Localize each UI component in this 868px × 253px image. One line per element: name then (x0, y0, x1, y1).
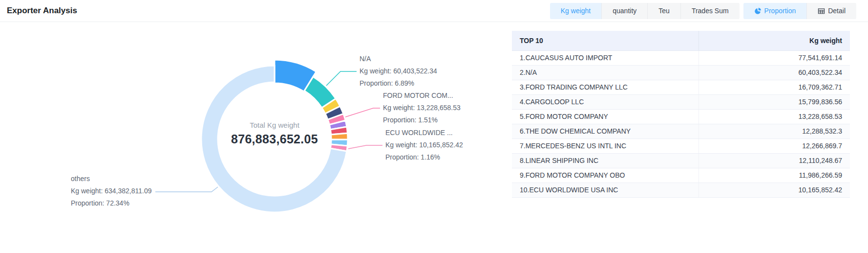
table-row[interactable]: 4.CARGOLOOP LLC15,799,836.56 (512, 94, 850, 109)
annotation-proportion: Proportion: 72.34% (71, 197, 152, 209)
tab-label: Kg weight (561, 7, 591, 15)
tab-trades-sum[interactable]: Trades Sum (680, 3, 740, 19)
table-row[interactable]: 3.FORD TRADING COMPANY LLC16,709,362.71 (512, 80, 850, 94)
view-tabs: Kg weight quantity Teu Trades Sum Pr (550, 3, 856, 19)
donut-slice[interactable] (331, 133, 348, 139)
top10-table-container: TOP 10 Kg weight 1.CAUCASUS AUTO IMPORT7… (512, 31, 850, 198)
annotation-kg-weight: Kg weight: 60,403,522.34 (360, 65, 437, 77)
label-leader-line (345, 108, 380, 117)
annotation-proportion: Proportion: 6.89% (360, 77, 437, 90)
kg-weight-cell: 12,266,869.7 (699, 138, 850, 153)
table-row[interactable]: 8.LINEAR SHIPPING INC12,110,248.67 (512, 153, 850, 168)
annotation-proportion: Proportion: 1.51% (383, 114, 461, 126)
table-header-row: TOP 10 Kg weight (512, 31, 850, 50)
chart-annotation-ecu-worldwide: ECU WORLDWIDE ... Kg weight: 10,165,852.… (385, 127, 463, 163)
kg-weight-cell: 10,165,852.42 (699, 183, 850, 197)
tab-proportion[interactable]: Proportion (743, 3, 807, 19)
metric-tab-group: Kg weight quantity Teu Trades Sum (550, 3, 740, 19)
kg-weight-cell: 13,228,658.53 (699, 109, 850, 124)
column-header-top10: TOP 10 (512, 31, 699, 50)
tab-detail[interactable]: Detail (806, 3, 856, 19)
exporter-name-cell: 1.CAUCASUS AUTO IMPORT (512, 50, 699, 65)
annotation-kg-weight: Kg weight: 634,382,811.09 (71, 185, 152, 197)
annotation-series-name: FORD MOTOR COM... (383, 90, 461, 102)
kg-weight-cell: 16,709,362.71 (699, 80, 850, 94)
kg-weight-cell: 12,110,248.67 (699, 153, 850, 168)
exporter-name-cell: 9.FORD MOTOR COMPANY OBO (512, 168, 699, 183)
pie-chart-icon (754, 7, 762, 15)
table-row[interactable]: 6.THE DOW CHEMICAL COMPANY12,288,532.3 (512, 124, 850, 138)
exporter-name-cell: 3.FORD TRADING COMPANY LLC (512, 80, 699, 94)
exporter-name-cell: 5.FORD MOTOR COMPANY (512, 109, 699, 124)
exporter-name-cell: 4.CARGOLOOP LLC (512, 94, 699, 109)
tab-teu[interactable]: Teu (647, 3, 680, 19)
table-row[interactable]: 5.FORD MOTOR COMPANY13,228,658.53 (512, 109, 850, 124)
annotation-series-name: others (71, 173, 152, 185)
label-leader-line (348, 145, 382, 149)
tab-quantity[interactable]: quantity (601, 3, 647, 19)
table-row[interactable]: 9.FORD MOTOR COMPANY OBO11,986,266.59 (512, 168, 850, 183)
annotation-kg-weight: Kg weight: 13,228,658.53 (383, 102, 461, 114)
tab-label: Teu (658, 7, 670, 15)
tab-label: Detail (828, 7, 846, 15)
chart-annotation-others: others Kg weight: 634,382,811.09 Proport… (71, 173, 152, 209)
exporter-name-cell: 10.ECU WORLDWIDE USA INC (512, 183, 699, 197)
display-tab-group: Proportion Detail (743, 3, 856, 19)
kg-weight-cell: 15,799,836.56 (699, 94, 850, 109)
exporter-name-cell: 8.LINEAR SHIPPING INC (512, 153, 699, 168)
kg-weight-cell: 11,986,266.59 (699, 168, 850, 183)
column-header-kg-weight: Kg weight (699, 31, 850, 50)
annotation-kg-weight: Kg weight: 10,165,852.42 (385, 139, 463, 151)
annotation-series-name: N/A (360, 53, 437, 65)
page-title: Exporter Analysis (7, 6, 77, 16)
table-row[interactable]: 7.MERCEDES-BENZ US INTL INC12,266,869.7 (512, 138, 850, 153)
exporter-name-cell: 2.N/A (512, 65, 699, 80)
kg-weight-cell: 12,288,532.3 (699, 124, 850, 138)
annotation-series-name: ECU WORLDWIDE ... (385, 127, 463, 139)
kg-weight-cell: 60,403,522.34 (699, 65, 850, 80)
exporter-name-cell: 6.THE DOW CHEMICAL COMPANY (512, 124, 699, 138)
tab-label: Proportion (764, 7, 796, 15)
kg-weight-cell: 77,541,691.14 (699, 50, 850, 65)
table-row[interactable]: 1.CAUCASUS AUTO IMPORT77,541,691.14 (512, 50, 850, 65)
annotation-proportion: Proportion: 1.16% (385, 151, 463, 163)
tab-label: quantity (613, 7, 636, 15)
label-leader-line (155, 187, 218, 192)
table-icon (818, 7, 825, 15)
chart-annotation-na: N/A Kg weight: 60,403,522.34 Proportion:… (360, 53, 437, 90)
main-content: Total Kg weight 876,883,652.05 N/A Kg we… (0, 22, 868, 253)
exporter-name-cell: 7.MERCEDES-BENZ US INTL INC (512, 138, 699, 153)
chart-annotation-ford-motor: FORD MOTOR COM... Kg weight: 13,228,658.… (383, 90, 461, 126)
label-leader-line (326, 71, 357, 86)
table-row[interactable]: 10.ECU WORLDWIDE USA INC10,165,852.42 (512, 183, 850, 197)
tab-kg-weight[interactable]: Kg weight (550, 3, 601, 19)
tab-label: Trades Sum (692, 7, 729, 15)
top10-table: TOP 10 Kg weight 1.CAUCASUS AUTO IMPORT7… (512, 31, 850, 198)
header: Exporter Analysis Kg weight quantity Teu… (0, 0, 868, 22)
table-row[interactable]: 2.N/A60,403,522.34 (512, 65, 850, 80)
